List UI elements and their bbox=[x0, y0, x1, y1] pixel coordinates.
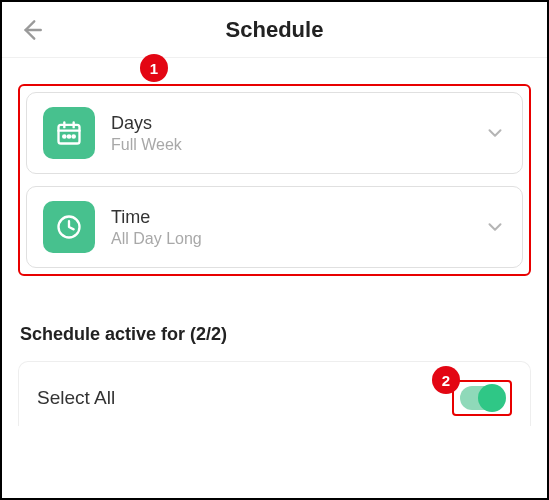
svg-point-6 bbox=[68, 135, 70, 137]
time-text: Time All Day Long bbox=[111, 207, 468, 248]
svg-point-7 bbox=[73, 135, 75, 137]
toggle-knob bbox=[478, 384, 506, 412]
arrow-left-icon bbox=[18, 17, 44, 43]
calendar-icon bbox=[43, 107, 95, 159]
schedule-card-group: 1 Days Full Week Time All Day Long bbox=[18, 84, 531, 276]
select-all-row: Select All 2 bbox=[18, 361, 531, 426]
section-title: Schedule active for (2/2) bbox=[20, 324, 529, 345]
days-title: Days bbox=[111, 113, 468, 134]
days-row[interactable]: Days Full Week bbox=[26, 92, 523, 174]
toggle-annotation-box: 2 bbox=[452, 380, 512, 416]
clock-icon bbox=[43, 201, 95, 253]
header: Schedule bbox=[2, 2, 547, 58]
annotation-badge-1: 1 bbox=[140, 54, 168, 82]
select-all-toggle[interactable] bbox=[460, 386, 504, 410]
select-all-wrap: Select All 2 bbox=[18, 361, 531, 426]
svg-point-5 bbox=[63, 135, 65, 137]
chevron-down-icon bbox=[484, 216, 506, 238]
chevron-down-icon bbox=[484, 122, 506, 144]
content: 1 Days Full Week Time All Day Long Sched… bbox=[2, 58, 547, 426]
days-subtitle: Full Week bbox=[111, 136, 468, 154]
time-title: Time bbox=[111, 207, 468, 228]
annotation-badge-2: 2 bbox=[432, 366, 460, 394]
select-all-label: Select All bbox=[37, 387, 115, 409]
time-row[interactable]: Time All Day Long bbox=[26, 186, 523, 268]
page-title: Schedule bbox=[18, 17, 531, 43]
days-text: Days Full Week bbox=[111, 113, 468, 154]
back-button[interactable] bbox=[18, 17, 44, 43]
time-subtitle: All Day Long bbox=[111, 230, 468, 248]
